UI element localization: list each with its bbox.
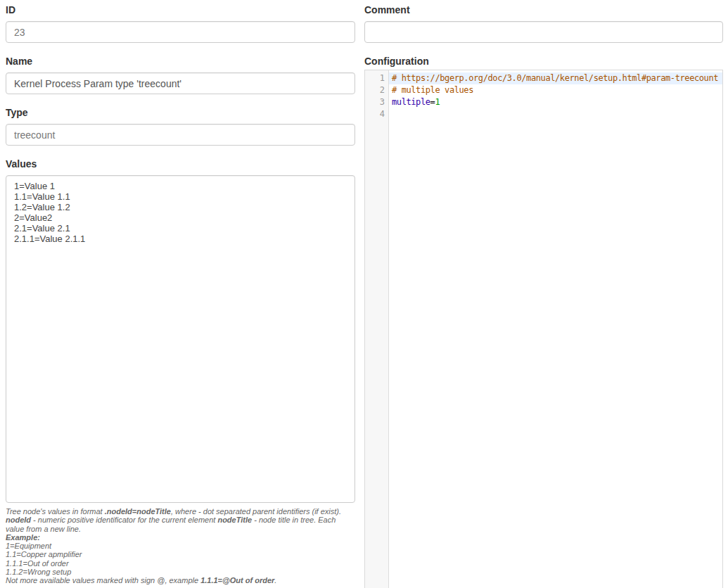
code-line[interactable]: 2# multiple values <box>365 84 722 96</box>
configuration-field-group: Configuration 1# https://bgerp.org/doc/3… <box>364 56 723 588</box>
code-line[interactable]: 1# https://bgerp.org/doc/3.0/manual/kern… <box>365 72 722 84</box>
values-help: Tree node's values in format .nodeId=nod… <box>6 507 355 585</box>
values-help-line: 1=Equipment <box>6 542 355 550</box>
comment-field-group: Comment <box>364 4 723 43</box>
type-label: Type <box>6 107 355 118</box>
line-number: 4 <box>365 108 389 120</box>
code-line-text: # multiple values <box>389 84 722 96</box>
name-input[interactable] <box>6 72 355 94</box>
code-line[interactable]: 4 <box>365 108 722 120</box>
values-help-line: Tree node's values in format .nodeId=nod… <box>6 507 355 533</box>
name-label: Name <box>6 56 355 67</box>
id-input[interactable] <box>6 21 355 43</box>
comment-label: Comment <box>364 4 723 15</box>
line-number: 3 <box>365 96 389 108</box>
id-field-group: ID <box>6 4 355 43</box>
values-help-line: 1.1=Copper apmplifier <box>6 550 355 558</box>
values-textarea[interactable]: 1=Value 1 1.1=Value 1.1 1.2=Value 1.2 2=… <box>6 175 355 503</box>
line-number: 1 <box>365 72 389 84</box>
code-line-text: # https://bgerp.org/doc/3.0/manual/kerne… <box>389 72 722 84</box>
values-help-line: Example: <box>6 533 355 542</box>
id-label: ID <box>6 4 355 15</box>
line-number: 2 <box>365 84 389 96</box>
name-field-group: Name <box>6 56 355 94</box>
values-label: Values <box>6 158 355 170</box>
values-help-line: Not more available values marked with si… <box>6 576 355 584</box>
configuration-code-lines: 1# https://bgerp.org/doc/3.0/manual/kern… <box>365 70 722 120</box>
values-help-line: 1.1.1=Out of order <box>6 559 355 568</box>
code-gutter <box>365 70 389 588</box>
values-help-line: 1.1.2=Wrong setup <box>6 568 355 576</box>
type-field-group: Type <box>6 107 355 146</box>
configuration-code-editor[interactable]: 1# https://bgerp.org/doc/3.0/manual/kern… <box>364 70 723 588</box>
code-line-text: multiple=1 <box>389 96 722 108</box>
values-field-group: Values 1=Value 1 1.1=Value 1.1 1.2=Value… <box>6 158 355 503</box>
code-line[interactable]: 3multiple=1 <box>365 96 722 108</box>
right-column: Comment Configuration 1# https://bgerp.o… <box>364 4 723 588</box>
configuration-label: Configuration <box>364 56 723 67</box>
param-edit-form: ID Name Type Values 1=Value 1 1.1=Value … <box>0 0 728 588</box>
left-column: ID Name Type Values 1=Value 1 1.1=Value … <box>6 4 355 588</box>
comment-input[interactable] <box>364 21 723 43</box>
code-line-text <box>389 108 722 120</box>
type-input[interactable] <box>6 124 355 146</box>
